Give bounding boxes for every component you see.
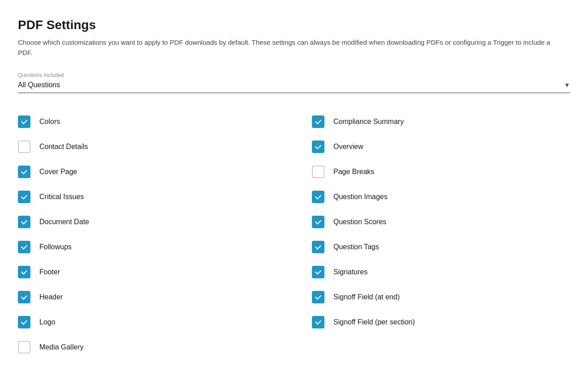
checkbox-label-header: Header (39, 293, 63, 301)
checkbox-label-question_scores: Question Scores (333, 218, 386, 226)
checkbox-item-signoff_field_section[interactable]: Signoff Field (per section) (312, 310, 570, 335)
checkbox-label-page_breaks: Page Breaks (333, 168, 375, 176)
checkbox-item-signatures[interactable]: Signatures (312, 260, 570, 285)
checkbox-box-question_images[interactable] (312, 191, 324, 203)
checkboxes-grid: ColorsContact DetailsCover PageCritical … (18, 109, 570, 360)
checkbox-box-logo[interactable] (18, 316, 30, 328)
checkbox-label-signoff_field_section: Signoff Field (per section) (333, 318, 415, 326)
checkbox-label-footer: Footer (39, 268, 60, 276)
checkbox-box-document_date[interactable] (18, 216, 30, 228)
checkbox-label-critical_issues: Critical Issues (39, 193, 84, 201)
checkbox-label-compliance_summary: Compliance Summary (333, 118, 404, 126)
checkbox-item-question_scores[interactable]: Question Scores (312, 209, 570, 234)
checkbox-box-contact_details[interactable] (18, 141, 30, 153)
checkbox-item-document_date[interactable]: Document Date (18, 209, 276, 234)
checkbox-label-cover_page: Cover Page (39, 168, 77, 176)
questions-included-label: Questions Included (18, 72, 570, 78)
checkbox-item-media_gallery[interactable]: Media Gallery (18, 335, 276, 360)
checkbox-box-page_breaks[interactable] (312, 166, 324, 178)
checkbox-box-signoff_field_section[interactable] (312, 316, 324, 328)
checkbox-box-signoff_field_end[interactable] (312, 291, 324, 303)
checkbox-box-signatures[interactable] (312, 266, 324, 278)
checkbox-box-header[interactable] (18, 291, 30, 303)
right-column: Compliance SummaryOverviewPage BreaksQue… (312, 109, 570, 360)
checkbox-box-critical_issues[interactable] (18, 191, 30, 203)
checkbox-box-question_tags[interactable] (312, 241, 324, 253)
checkbox-item-question_tags[interactable]: Question Tags (312, 234, 570, 260)
checkbox-box-overview[interactable] (312, 141, 324, 153)
checkbox-item-colors[interactable]: Colors (18, 109, 276, 134)
checkbox-item-compliance_summary[interactable]: Compliance Summary (312, 109, 570, 134)
checkbox-box-compliance_summary[interactable] (312, 115, 324, 128)
checkbox-label-media_gallery: Media Gallery (39, 343, 84, 351)
checkbox-label-signoff_field_end: Signoff Field (at end) (333, 293, 400, 301)
checkbox-item-page_breaks[interactable]: Page Breaks (312, 159, 570, 184)
checkbox-item-followups[interactable]: Followups (18, 234, 276, 260)
checkbox-label-question_tags: Question Tags (333, 243, 379, 251)
chevron-down-icon: ▼ (564, 81, 570, 89)
checkbox-box-cover_page[interactable] (18, 166, 30, 178)
checkbox-item-contact_details[interactable]: Contact Details (18, 134, 276, 159)
checkbox-item-question_images[interactable]: Question Images (312, 184, 570, 209)
checkbox-label-overview: Overview (333, 143, 363, 151)
page-title: PDF Settings (18, 18, 570, 32)
checkbox-label-question_images: Question Images (333, 193, 388, 201)
checkbox-label-followups: Followups (39, 243, 72, 251)
checkbox-item-overview[interactable]: Overview (312, 134, 570, 159)
checkbox-label-logo: Logo (39, 318, 55, 326)
checkbox-item-cover_page[interactable]: Cover Page (18, 159, 276, 184)
checkbox-label-document_date: Document Date (39, 218, 89, 226)
questions-included-value: All Questions (18, 81, 60, 89)
page-description: Choose which customizations you want to … (18, 38, 555, 58)
checkbox-item-critical_issues[interactable]: Critical Issues (18, 184, 276, 209)
checkbox-label-contact_details: Contact Details (39, 143, 88, 151)
checkbox-item-signoff_field_end[interactable]: Signoff Field (at end) (312, 285, 570, 310)
checkbox-item-footer[interactable]: Footer (18, 260, 276, 285)
questions-included-section: Questions Included All Questions ▼ (18, 72, 570, 93)
checkbox-box-media_gallery[interactable] (18, 341, 30, 354)
checkbox-label-colors: Colors (39, 118, 60, 126)
checkbox-box-footer[interactable] (18, 266, 30, 278)
checkbox-item-header[interactable]: Header (18, 285, 276, 310)
checkbox-box-question_scores[interactable] (312, 216, 324, 228)
checkbox-item-logo[interactable]: Logo (18, 310, 276, 335)
left-column: ColorsContact DetailsCover PageCritical … (18, 109, 276, 360)
questions-included-select[interactable]: All Questions ▼ (18, 81, 570, 93)
checkbox-label-signatures: Signatures (333, 268, 368, 276)
checkbox-box-colors[interactable] (18, 115, 30, 128)
checkbox-box-followups[interactable] (18, 241, 30, 253)
